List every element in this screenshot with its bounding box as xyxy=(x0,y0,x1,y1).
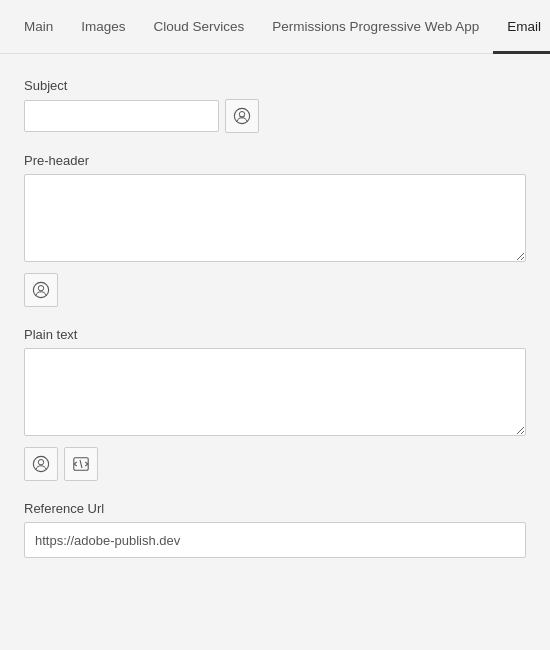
personalize-icon xyxy=(233,107,251,125)
reference-url-input[interactable] xyxy=(24,522,526,558)
code-icon xyxy=(72,455,90,473)
tab-cloud-services[interactable]: Cloud Services xyxy=(140,1,259,54)
plaintext-field-group: Plain text xyxy=(24,327,526,481)
preheader-btn-row xyxy=(24,273,526,307)
email-content: Subject Pre-header xyxy=(0,54,550,650)
subject-label: Subject xyxy=(24,78,526,93)
reference-url-label: Reference Url xyxy=(24,501,526,516)
tab-images[interactable]: Images xyxy=(67,1,139,54)
subject-row xyxy=(24,99,526,133)
subject-field-group: Subject xyxy=(24,78,526,133)
svg-point-1 xyxy=(239,112,244,117)
plaintext-textarea[interactable] xyxy=(24,348,526,436)
svg-point-3 xyxy=(38,286,43,291)
svg-point-4 xyxy=(33,456,48,471)
svg-point-5 xyxy=(38,460,43,465)
personalize-icon-3 xyxy=(32,455,50,473)
plaintext-label: Plain text xyxy=(24,327,526,342)
tab-permissions-pwa[interactable]: Permissions Progressive Web App xyxy=(258,1,493,54)
preheader-textarea[interactable] xyxy=(24,174,526,262)
personalize-icon-2 xyxy=(32,281,50,299)
plaintext-code-button[interactable] xyxy=(64,447,98,481)
preheader-field-group: Pre-header xyxy=(24,153,526,307)
plaintext-btn-row xyxy=(24,447,526,481)
tab-main[interactable]: Main xyxy=(10,1,67,54)
reference-url-field-group: Reference Url xyxy=(24,501,526,558)
subject-input[interactable] xyxy=(24,100,219,132)
svg-point-0 xyxy=(234,108,249,123)
plaintext-personalize-button[interactable] xyxy=(24,447,58,481)
tab-bar: Main Images Cloud Services Permissions P… xyxy=(0,0,550,54)
tab-email[interactable]: Email xyxy=(493,1,550,54)
preheader-personalize-button[interactable] xyxy=(24,273,58,307)
preheader-label: Pre-header xyxy=(24,153,526,168)
subject-personalize-button[interactable] xyxy=(225,99,259,133)
svg-point-2 xyxy=(33,282,48,297)
